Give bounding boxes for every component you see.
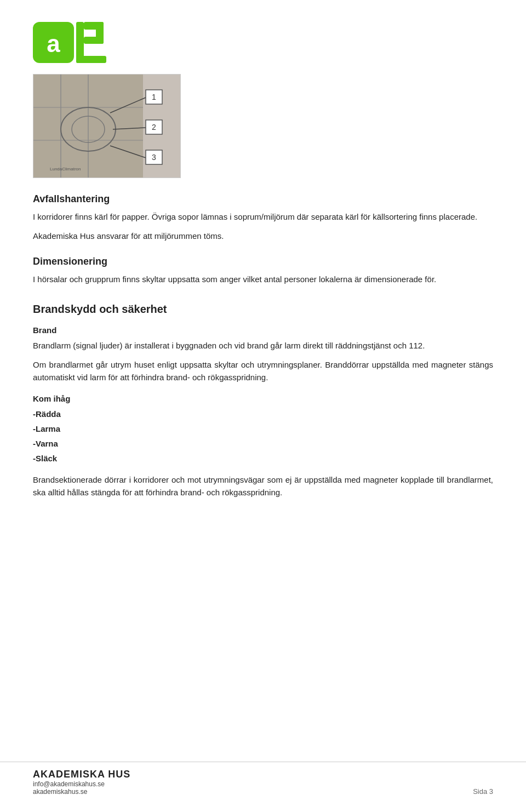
- svg-text:LundaClimatron: LundaClimatron: [50, 167, 81, 171]
- svg-text:3: 3: [152, 153, 156, 162]
- footer-email: info@akademiskahus.se: [33, 780, 130, 788]
- page: a: [0, 0, 526, 812]
- svg-rect-3: [84, 37, 104, 44]
- logo-a-block: a: [33, 22, 74, 63]
- brand-text1: Brandlarm (signal ljuder) är installerat…: [33, 339, 493, 352]
- footer-brand-name: AKADEMISKA HUS: [33, 769, 130, 780]
- svg-text:1: 1: [152, 93, 156, 101]
- logo-a-letter: a: [47, 32, 60, 56]
- kom-ihag-list: -Rädda-Larma-Varna-Släck: [33, 407, 493, 466]
- footer-left: AKADEMISKA HUS info@akademiskahus.se aka…: [33, 769, 130, 796]
- kom-ihag-item: -Larma: [33, 421, 493, 436]
- footer-page-number: Sida 3: [473, 787, 493, 796]
- svg-text:2: 2: [152, 123, 156, 131]
- avfallshantering-text2: Akademiska Hus ansvarar för att miljörum…: [33, 230, 493, 242]
- avfallshantering-section: Avfallshantering I korridorer finns kärl…: [33, 193, 493, 243]
- brandskydd-heading: Brandskydd och säkerhet: [33, 303, 493, 316]
- brand-sub-label: Brand: [33, 325, 493, 335]
- svg-rect-4: [76, 56, 106, 63]
- dimensionering-text1: I hörsalar och grupprum finns skyltar up…: [33, 273, 493, 285]
- brand-text2: Om brandlarmet går utrym huset enligt up…: [33, 358, 493, 384]
- kom-ihag-label: Kom ihåg: [33, 394, 493, 403]
- avfallshantering-heading: Avfallshantering: [33, 193, 493, 205]
- footer: AKADEMISKA HUS info@akademiskahus.se aka…: [0, 762, 526, 796]
- dimensionering-section: Dimensionering I hörsalar och grupprum f…: [33, 256, 493, 285]
- logo-p-shape: [76, 22, 106, 63]
- kom-ihag-section: Kom ihåg -Rädda-Larma-Varna-Släck: [33, 394, 493, 466]
- brand-text3: Brandsektionerade dörrar i korridorer oc…: [33, 473, 493, 499]
- brandskydd-section: Brandskydd och säkerhet Brand Brandlarm …: [33, 303, 493, 499]
- kom-ihag-item: -Rädda: [33, 407, 493, 421]
- dimensionering-heading: Dimensionering: [33, 256, 493, 267]
- kom-ihag-item: -Varna: [33, 436, 493, 451]
- avfallshantering-text1: I korridorer finns kärl för papper. Övri…: [33, 210, 493, 223]
- diagram-image: 1 2 3 LundaClimatron: [33, 74, 181, 178]
- logo-area: a: [33, 22, 493, 63]
- kom-ihag-item: -Släck: [33, 451, 493, 466]
- footer-website: akademiskahus.se: [33, 788, 130, 796]
